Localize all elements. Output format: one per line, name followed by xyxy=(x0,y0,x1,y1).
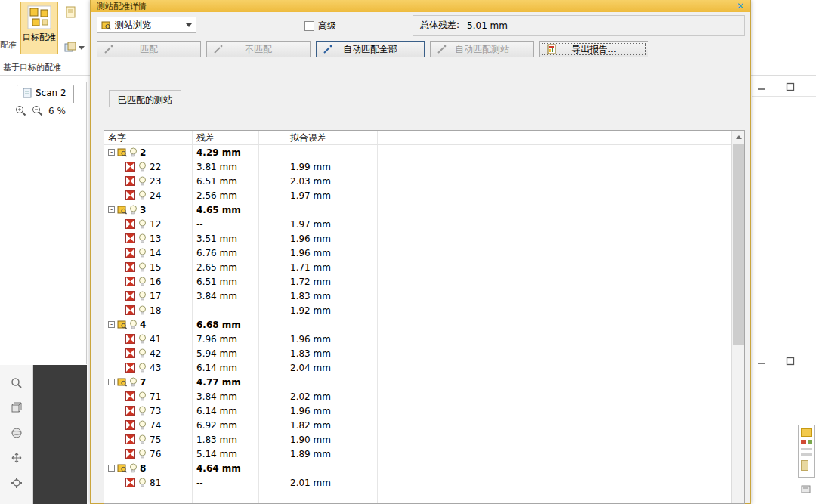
registration-tool-icon[interactable] xyxy=(63,41,77,54)
row-fit-error: 2.03 mm xyxy=(258,174,377,188)
preview-thumbnail[interactable] xyxy=(798,425,815,478)
table-row[interactable]: - 22 3.81 mm 1.99 mm xyxy=(104,159,744,174)
lightbulb-icon xyxy=(138,305,147,315)
target-icon xyxy=(125,420,135,430)
dropdown-arrow-icon[interactable] xyxy=(79,46,85,50)
table-row[interactable]: - 42 5.94 mm 1.83 mm xyxy=(104,346,744,360)
table-row[interactable]: - 16 6.51 mm 1.72 mm xyxy=(104,274,744,289)
auto-match-station-button[interactable]: 自动匹配测站 xyxy=(430,41,534,57)
cube-tool-icon[interactable] xyxy=(11,402,23,414)
advanced-checkbox[interactable] xyxy=(304,21,314,31)
lightbulb-icon xyxy=(129,463,138,473)
table-row[interactable]: - 76 5.14 mm 1.89 mm xyxy=(104,447,744,461)
row-fit-error: 1.96 mm xyxy=(258,231,377,246)
row-name: 42 xyxy=(150,348,161,359)
dialog-title: 测站配准详情 xyxy=(97,1,737,12)
table-row[interactable]: - 73 6.14 mm 1.96 mm xyxy=(104,404,744,418)
table-row[interactable]: - 75 1.83 mm 1.90 mm xyxy=(104,432,744,447)
dialog-titlebar[interactable]: 测站配准详情 ✕ xyxy=(91,0,750,12)
target-icon xyxy=(125,305,135,315)
header-residual[interactable]: 残差 xyxy=(192,131,258,144)
table-scrollbar[interactable] xyxy=(731,131,744,503)
target-icon xyxy=(125,219,135,229)
table-row[interactable]: - 74 6.92 mm 1.82 mm xyxy=(104,418,744,432)
station-icon xyxy=(117,205,127,215)
row-name: 17 xyxy=(150,291,161,301)
table-row[interactable]: - 18 -- 1.92 mm xyxy=(104,303,744,317)
viewport-3d[interactable] xyxy=(33,365,87,504)
header-name[interactable]: 名字 xyxy=(104,131,192,144)
export-report-button[interactable]: 导出报告... xyxy=(539,41,648,57)
scroll-up-button[interactable] xyxy=(732,131,745,144)
pan-tool-icon[interactable] xyxy=(11,452,23,464)
maximize-icon[interactable] xyxy=(786,357,795,366)
row-fit-error: 1.99 mm xyxy=(258,159,377,174)
table-row[interactable]: - 41 7.96 mm 1.96 mm xyxy=(104,332,744,346)
auto-match-all-button[interactable]: 自动匹配全部 xyxy=(316,41,425,57)
table-row[interactable]: - 71 3.84 mm 2.02 mm xyxy=(104,389,744,404)
page-icon[interactable] xyxy=(65,6,77,18)
lightbulb-icon xyxy=(138,420,147,430)
table-row[interactable]: - 23 6.51 mm 2.03 mm xyxy=(104,174,744,188)
sphere-tool-icon[interactable] xyxy=(11,427,23,439)
row-name: 15 xyxy=(150,262,161,273)
zoom-level-value[interactable]: 6 % xyxy=(48,106,66,116)
unmatch-button[interactable]: 不匹配 xyxy=(206,41,311,57)
collapse-toggle[interactable]: - xyxy=(108,379,115,385)
row-name: 18 xyxy=(150,305,161,316)
table-row[interactable]: - 13 3.51 mm 1.96 mm xyxy=(104,231,744,246)
row-fit-error: 2.04 mm xyxy=(258,360,377,375)
panel-right-edge xyxy=(86,82,87,364)
maximize-icon[interactable] xyxy=(786,82,795,91)
target-icon xyxy=(125,233,135,243)
table-row[interactable]: - 15 2.65 mm 1.71 mm xyxy=(104,260,744,274)
station-view-dropdown[interactable]: 测站浏览 xyxy=(97,17,196,33)
row-fit-error: 1.97 mm xyxy=(258,188,377,203)
table-row[interactable]: - 8 4.64 mm xyxy=(104,461,744,475)
table-row[interactable]: - 24 2.56 mm 1.97 mm xyxy=(104,188,744,203)
zoom-in-icon[interactable] xyxy=(15,105,26,116)
collapse-toggle[interactable]: - xyxy=(108,465,115,472)
wand-icon xyxy=(213,44,224,54)
station-table-rows: - 2 4.29 mm - 22 xyxy=(104,145,744,490)
row-name: 2 xyxy=(140,147,146,158)
zoom-out-icon[interactable] xyxy=(32,105,43,116)
zoom-tool-icon[interactable] xyxy=(11,377,23,389)
table-row[interactable]: - 81 -- 2.01 mm xyxy=(104,475,744,490)
settings-tool-icon[interactable] xyxy=(11,477,23,489)
collapse-toggle[interactable]: - xyxy=(108,321,115,328)
match-button[interactable]: 匹配 xyxy=(97,41,201,57)
advanced-checkbox-wrap[interactable]: 高级 xyxy=(304,20,336,32)
collapse-toggle[interactable]: - xyxy=(108,206,115,213)
station-icon xyxy=(117,147,127,157)
row-fit-error: 1.90 mm xyxy=(258,432,377,447)
collapse-toggle[interactable]: - xyxy=(108,149,115,156)
scrollbar-thumb[interactable] xyxy=(733,144,744,345)
tab-scan-2[interactable]: Scan 2 xyxy=(17,85,74,103)
row-name: 3 xyxy=(140,205,146,215)
row-residual: 2.56 mm xyxy=(192,188,258,203)
table-row[interactable]: - 2 4.29 mm xyxy=(104,145,744,159)
table-row[interactable]: - 43 6.14 mm 2.04 mm xyxy=(104,360,744,375)
target-registration-button[interactable]: 目标配准 xyxy=(20,2,58,54)
matched-stations-tab[interactable]: 已匹配的测站 xyxy=(109,90,181,107)
close-icon[interactable]: ✕ xyxy=(737,1,744,11)
table-row[interactable]: - 12 -- 1.97 mm xyxy=(104,217,744,231)
wand-icon xyxy=(437,44,447,54)
row-fit-error: 2.01 mm xyxy=(258,475,377,490)
match-label: 匹配 xyxy=(140,43,158,56)
minimize-icon[interactable] xyxy=(757,357,766,366)
row-residual: 6.92 mm xyxy=(192,418,258,432)
table-row[interactable]: - 14 6.76 mm 1.96 mm xyxy=(104,246,744,260)
header-fit-error[interactable]: 拟合误差 xyxy=(258,131,377,144)
table-row[interactable]: - 17 3.84 mm 1.83 mm xyxy=(104,289,744,303)
row-fit-error xyxy=(258,145,377,159)
corner-tool-icon[interactable] xyxy=(801,484,811,494)
lightbulb-icon xyxy=(138,348,147,358)
table-row[interactable]: - 7 4.77 mm xyxy=(104,375,744,389)
minimize-icon[interactable] xyxy=(757,82,766,91)
table-row[interactable]: - 4 6.68 mm xyxy=(104,317,744,332)
row-name: 7 xyxy=(140,377,146,388)
lightbulb-icon xyxy=(138,190,147,200)
table-row[interactable]: - 3 4.65 mm xyxy=(104,203,744,217)
